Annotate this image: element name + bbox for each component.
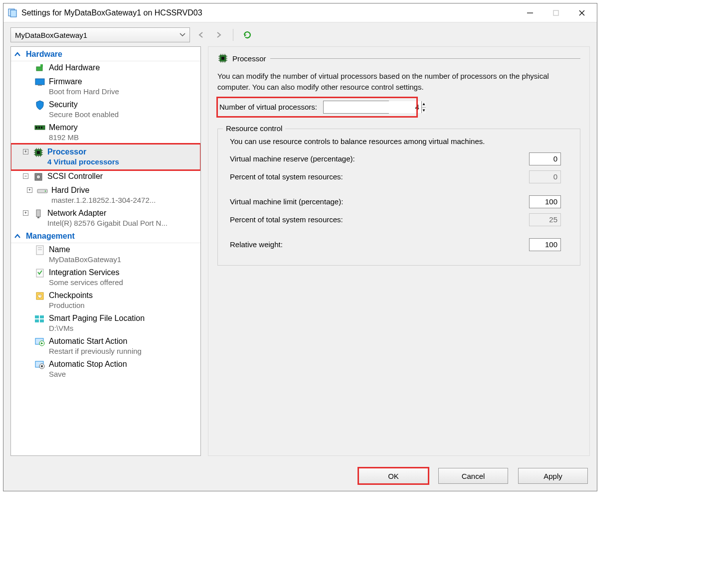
settings-tree: Hardware Add Hardware Firmware Boot from… — [10, 46, 201, 456]
processor-icon — [32, 147, 44, 158]
svg-rect-12 — [38, 127, 40, 129]
svg-rect-8 — [35, 79, 44, 85]
auto-start-icon — [34, 336, 46, 347]
nav-back-button[interactable] — [194, 28, 208, 42]
svg-rect-6 — [36, 67, 42, 71]
tree-scsi-controller[interactable]: − SCSI Controller — [11, 170, 200, 184]
tree-processor[interactable]: + Processor 4 Virtual processors — [11, 144, 200, 170]
svg-rect-32 — [37, 217, 39, 218]
svg-rect-41 — [35, 315, 39, 318]
expand-icon[interactable]: + — [27, 187, 32, 193]
cancel-button[interactable]: Cancel — [438, 468, 508, 484]
resource-control-intro: You can use resource controls to balance… — [230, 137, 572, 146]
management-section-header[interactable]: Management — [11, 230, 200, 243]
collapse-icon[interactable]: − — [23, 173, 28, 179]
spinner-up-icon[interactable]: ▲ — [422, 101, 426, 108]
vm-reserve-input[interactable] — [529, 152, 561, 165]
network-adapter-icon — [32, 208, 44, 219]
vm-limit-input[interactable] — [529, 195, 561, 208]
tree-security[interactable]: Security Secure Boot enabled — [11, 98, 200, 121]
window-title: Settings for MyDataBoxGateway1 on HCSSRV… — [21, 8, 202, 17]
svg-rect-3 — [553, 10, 558, 15]
chevron-up-icon — [14, 233, 21, 240]
svg-rect-49 — [41, 365, 43, 367]
refresh-button[interactable] — [240, 28, 254, 42]
apply-button[interactable]: Apply — [518, 468, 588, 484]
reserve-percent-label: Percent of total system resources: — [230, 172, 524, 181]
svg-rect-51 — [221, 57, 224, 60]
svg-rect-11 — [36, 127, 37, 129]
memory-icon — [34, 123, 46, 134]
chevron-down-icon — [180, 32, 185, 38]
minimize-button[interactable] — [517, 4, 543, 21]
tree-hard-drive[interactable]: + Hard Drive master.1.2.18252.1-304-2472… — [11, 184, 200, 207]
relative-weight-label: Relative weight: — [230, 240, 524, 249]
svg-point-30 — [45, 190, 46, 191]
spinner-down-icon[interactable]: ▼ — [422, 108, 426, 114]
shield-icon — [34, 100, 46, 111]
firmware-icon — [34, 77, 46, 88]
tree-firmware[interactable]: Firmware Boot from Hard Drive — [11, 75, 200, 98]
resource-control-fieldset: Resource control You can use resource co… — [217, 129, 580, 266]
svg-rect-42 — [35, 319, 39, 322]
toolbar: MyDataBoxGateway1 — [3, 22, 597, 46]
integration-icon — [34, 268, 46, 279]
maximize-button[interactable] — [543, 4, 569, 21]
vm-selector-dropdown[interactable]: MyDataBoxGateway1 — [10, 27, 190, 42]
chevron-up-icon — [14, 51, 21, 58]
resource-control-legend: Resource control — [223, 124, 285, 133]
tree-network-adapter[interactable]: + Network Adapter Intel(R) 82576 Gigabit… — [11, 207, 200, 230]
virtual-processors-label: Number of virtual processors: — [219, 103, 317, 111]
svg-rect-7 — [40, 64, 43, 67]
close-button[interactable] — [569, 4, 595, 21]
processor-settings-panel: Processor You can modify the number of v… — [208, 46, 590, 456]
svg-rect-15 — [37, 151, 40, 154]
tree-auto-stop-action[interactable]: Automatic Stop Action Save — [11, 358, 200, 381]
virtual-processors-row: Number of virtual processors: ▲ ▼ — [217, 98, 417, 117]
panel-description: You can modify the number of virtual pro… — [217, 71, 580, 93]
processor-icon — [217, 53, 228, 64]
expand-icon[interactable]: + — [23, 149, 28, 154]
vm-selector-label: MyDataBoxGateway1 — [15, 31, 87, 39]
settings-window: Settings for MyDataBoxGateway1 on HCSSRV… — [3, 3, 597, 491]
titlebar: Settings for MyDataBoxGateway1 on HCSSRV… — [3, 3, 597, 22]
tree-auto-start-action[interactable]: Automatic Start Action Restart if previo… — [11, 335, 200, 358]
tree-add-hardware[interactable]: Add Hardware — [11, 61, 200, 75]
toolbar-divider — [233, 29, 233, 41]
dialog-footer: OK Cancel Apply — [359, 468, 588, 484]
nav-forward-button[interactable] — [212, 28, 226, 42]
vm-limit-label: Virtual machine limit (percentage): — [230, 197, 524, 206]
hardware-section-header[interactable]: Hardware — [11, 48, 200, 61]
svg-rect-1 — [10, 10, 16, 17]
vm-reserve-label: Virtual machine reserve (percentage): — [230, 154, 524, 163]
header-divider — [270, 58, 580, 59]
auto-stop-icon — [34, 359, 46, 370]
svg-rect-31 — [36, 210, 40, 217]
svg-rect-33 — [36, 246, 43, 255]
scsi-icon — [32, 171, 44, 182]
limit-percent-label: Percent of total system resources: — [230, 215, 524, 224]
expand-icon[interactable]: + — [23, 210, 28, 216]
add-hardware-icon — [34, 63, 46, 74]
reserve-percent-value — [529, 170, 561, 183]
tree-checkpoints[interactable]: Checkpoints Production — [11, 289, 200, 312]
name-icon — [34, 245, 46, 256]
svg-rect-44 — [40, 319, 44, 322]
svg-rect-13 — [41, 127, 42, 129]
virtual-processors-spinner[interactable]: ▲ ▼ — [323, 101, 389, 114]
relative-weight-input[interactable] — [529, 238, 561, 251]
svg-rect-43 — [40, 315, 44, 318]
tree-name[interactable]: Name MyDataBoxGateway1 — [11, 243, 200, 266]
tree-memory[interactable]: Memory 8192 MB — [11, 121, 200, 144]
virtual-processors-input[interactable] — [324, 101, 421, 113]
tree-integration-services[interactable]: Integration Services Some services offer… — [11, 266, 200, 289]
app-icon — [7, 8, 17, 18]
checkpoints-icon — [34, 291, 46, 301]
smart-paging-icon — [34, 313, 46, 324]
panel-title: Processor — [232, 54, 266, 63]
ok-button[interactable]: OK — [359, 468, 428, 484]
limit-percent-value — [529, 213, 561, 226]
tree-smart-paging[interactable]: Smart Paging File Location D:\VMs — [11, 312, 200, 335]
hard-drive-icon — [36, 185, 48, 196]
svg-rect-9 — [38, 85, 42, 86]
